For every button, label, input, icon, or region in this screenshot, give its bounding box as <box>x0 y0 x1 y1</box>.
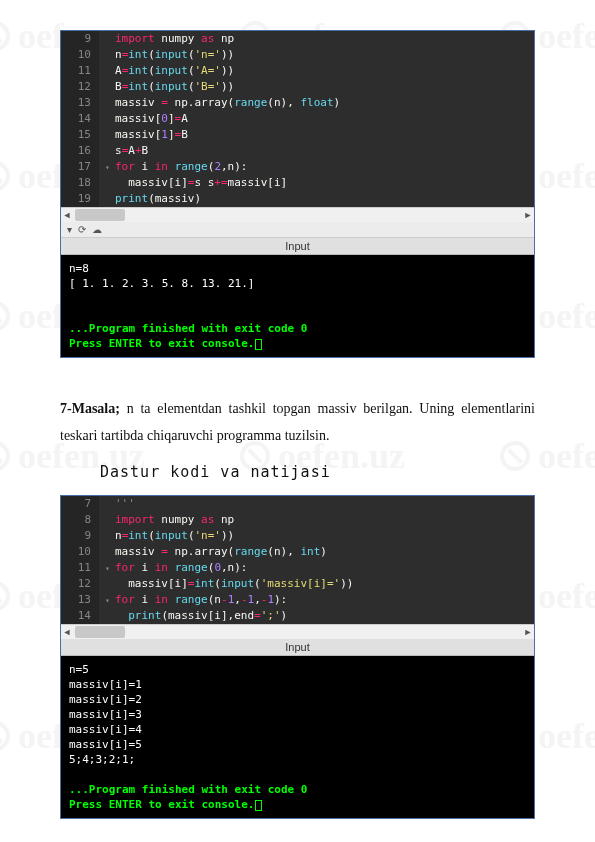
code-line: 12 B=int(input('B=')) <box>61 79 534 95</box>
io-tab-2[interactable]: Input <box>61 639 534 656</box>
code-line: 8 import numpy as np <box>61 512 534 528</box>
console-line: Press ENTER to exit console. <box>69 797 526 812</box>
scroll-thumb[interactable] <box>75 626 125 638</box>
code-line: 9 import numpy as np <box>61 31 534 47</box>
scroll-left-arrow-icon[interactable]: ◄ <box>61 209 73 221</box>
code-line: 19 print(massiv) <box>61 191 534 207</box>
code-line: 12 massiv[i]=int(input('massiv[i]=')) <box>61 576 534 592</box>
code-line: 14 print(massiv[i],end=';') <box>61 608 534 624</box>
task-text: n ta elementdan tashkil topgan massiv be… <box>60 401 535 443</box>
scroll-right-arrow-icon[interactable]: ► <box>522 626 534 638</box>
console-line: massiv[i]=4 <box>69 722 526 737</box>
console-line: ...Program finished with exit code 0 <box>69 782 526 797</box>
horizontal-scrollbar-2[interactable]: ◄ ► <box>61 624 534 639</box>
code-line: 10 massiv = np.array(range(n), int) <box>61 544 534 560</box>
section-subheader: Dastur kodi va natijasi <box>100 463 535 481</box>
code-line: 13▾for i in range(n-1,-1,-1): <box>61 592 534 608</box>
scroll-right-arrow-icon[interactable]: ► <box>522 209 534 221</box>
console-output-1: n=8[ 1. 1. 2. 3. 5. 8. 13. 21.] ...Progr… <box>61 255 534 357</box>
console-line: ...Program finished with exit code 0 <box>69 321 526 336</box>
code-line: 10 n=int(input('n=')) <box>61 47 534 63</box>
scroll-thumb[interactable] <box>75 209 125 221</box>
screenshot-block-2: 7 '''8 import numpy as np9 n=int(input('… <box>60 495 535 819</box>
console-line: massiv[i]=1 <box>69 677 526 692</box>
code-line: 13 massiv = np.array(range(n), float) <box>61 95 534 111</box>
task-description: 7-Masala; n ta elementdan tashkil topgan… <box>60 396 535 449</box>
console-line: n=8 <box>69 261 526 276</box>
code-editor-2: 7 '''8 import numpy as np9 n=int(input('… <box>61 496 534 624</box>
console-line: Press ENTER to exit console. <box>69 336 526 351</box>
console-toolbar: ▾ ⟳ ☁ <box>61 222 534 238</box>
screenshot-block-1: 9 import numpy as np10 n=int(input('n=')… <box>60 30 535 358</box>
console-line: 5;4;3;2;1; <box>69 752 526 767</box>
code-line: 11 A=int(input('A=')) <box>61 63 534 79</box>
task-label: 7-Masala; <box>60 401 120 416</box>
console-line: massiv[i]=3 <box>69 707 526 722</box>
refresh-icon[interactable]: ⟳ <box>78 224 86 235</box>
code-editor-1: 9 import numpy as np10 n=int(input('n=')… <box>61 31 534 207</box>
code-line: 18 massiv[i]=s s+=massiv[i] <box>61 175 534 191</box>
console-line <box>69 306 526 321</box>
console-line: massiv[i]=5 <box>69 737 526 752</box>
console-line <box>69 767 526 782</box>
console-line: [ 1. 1. 2. 3. 5. 8. 13. 21.] <box>69 276 526 291</box>
code-line: 16 s=A+B <box>61 143 534 159</box>
code-line: 7 ''' <box>61 496 534 512</box>
dropdown-icon[interactable]: ▾ <box>67 224 72 235</box>
io-tab[interactable]: Input <box>61 238 534 255</box>
scroll-left-arrow-icon[interactable]: ◄ <box>61 626 73 638</box>
cloud-icon[interactable]: ☁ <box>92 224 102 235</box>
code-line: 15 massiv[1]=B <box>61 127 534 143</box>
code-line: 11▾for i in range(0,n): <box>61 560 534 576</box>
console-line: massiv[i]=2 <box>69 692 526 707</box>
console-output-2: n=5massiv[i]=1massiv[i]=2massiv[i]=3mass… <box>61 656 534 818</box>
horizontal-scrollbar[interactable]: ◄ ► <box>61 207 534 222</box>
code-line: 17▾for i in range(2,n): <box>61 159 534 175</box>
code-line: 9 n=int(input('n=')) <box>61 528 534 544</box>
code-line: 14 massiv[0]=A <box>61 111 534 127</box>
console-line <box>69 291 526 306</box>
console-line: n=5 <box>69 662 526 677</box>
